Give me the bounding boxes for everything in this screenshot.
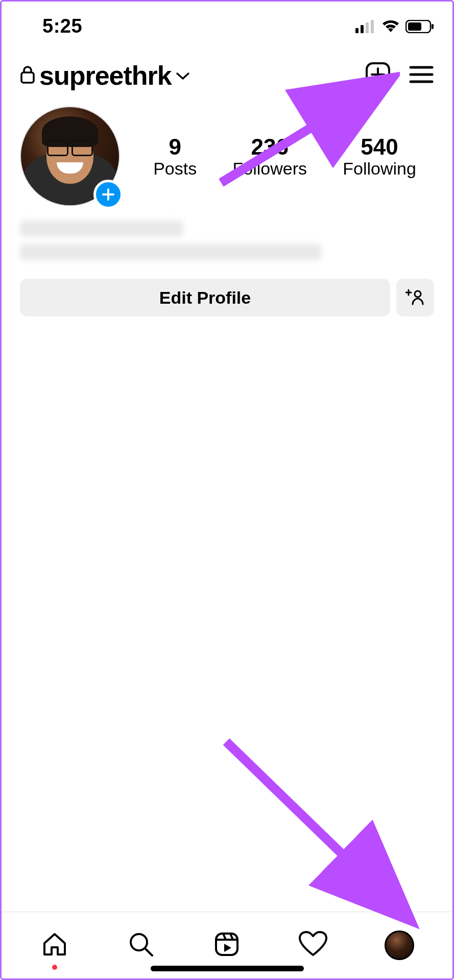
svg-rect-2 xyxy=(366,22,369,33)
stat-following-count: 540 xyxy=(343,134,416,160)
heart-icon xyxy=(298,930,328,960)
search-icon xyxy=(127,930,155,961)
stat-posts[interactable]: 9 Posts xyxy=(153,134,197,179)
profile-row: 9 Posts 236 Followers 540 Following xyxy=(2,97,452,206)
svg-rect-1 xyxy=(361,25,364,33)
stat-followers-count: 236 xyxy=(232,134,306,160)
status-bar: 5:25 xyxy=(2,2,452,45)
profile-stats: 9 Posts 236 Followers 540 Following xyxy=(135,134,434,179)
empty-content-area xyxy=(2,316,452,912)
nav-reels[interactable] xyxy=(206,930,247,961)
battery-icon xyxy=(405,20,434,33)
svg-line-20 xyxy=(145,948,152,955)
svg-rect-3 xyxy=(371,20,374,33)
edit-profile-button[interactable]: Edit Profile xyxy=(20,279,390,316)
stat-posts-count: 9 xyxy=(153,134,197,160)
reels-icon xyxy=(212,930,241,961)
nav-home[interactable] xyxy=(34,930,75,961)
nav-activity[interactable] xyxy=(293,930,333,960)
nav-profile[interactable] xyxy=(379,930,420,960)
stat-followers-label: Followers xyxy=(232,159,306,179)
profile-header: supreethrk xyxy=(2,45,452,97)
bio-line-redacted xyxy=(20,244,321,260)
create-post-button[interactable] xyxy=(365,61,391,90)
lock-icon xyxy=(20,65,35,86)
nav-search[interactable] xyxy=(121,930,161,961)
status-time: 5:25 xyxy=(42,15,82,37)
stat-following[interactable]: 540 Following xyxy=(343,134,416,179)
stat-followers[interactable]: 236 Followers xyxy=(232,134,306,179)
cellular-icon xyxy=(355,20,376,33)
home-icon xyxy=(40,930,69,961)
discover-people-button[interactable] xyxy=(396,279,434,316)
home-indicator xyxy=(151,966,304,971)
svg-point-16 xyxy=(415,291,421,297)
svg-rect-7 xyxy=(21,72,34,83)
wifi-icon xyxy=(381,20,400,33)
svg-rect-5 xyxy=(408,22,421,31)
add-user-icon xyxy=(405,289,425,307)
stat-following-label: Following xyxy=(343,159,416,179)
notification-dot xyxy=(52,965,57,970)
svg-rect-6 xyxy=(432,24,434,29)
username-switcher[interactable]: supreethrk xyxy=(39,60,172,91)
instagram-profile-screen: 5:25 xyxy=(0,0,454,980)
add-story-badge[interactable] xyxy=(93,180,123,209)
stat-posts-label: Posts xyxy=(153,159,197,179)
chevron-down-icon[interactable] xyxy=(176,71,190,83)
bio-line-redacted xyxy=(20,220,183,237)
svg-rect-21 xyxy=(216,934,237,955)
avatar-button[interactable] xyxy=(20,106,120,206)
profile-bio xyxy=(2,206,452,267)
profile-avatar-icon xyxy=(385,930,414,960)
status-indicators xyxy=(355,20,434,33)
hamburger-menu-button[interactable] xyxy=(409,64,434,87)
svg-rect-0 xyxy=(355,28,359,33)
profile-actions: Edit Profile xyxy=(2,267,452,316)
